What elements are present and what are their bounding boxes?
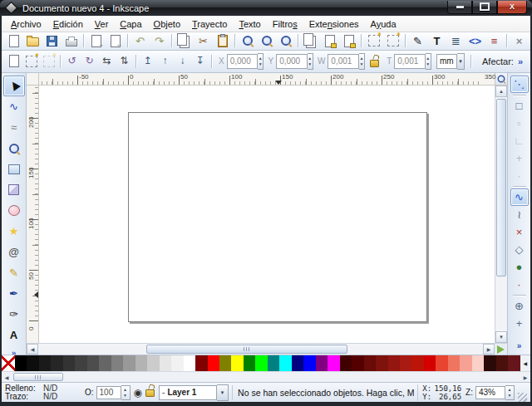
zoom-to-drawing[interactable] — [257, 32, 276, 50]
palette-swatch[interactable] — [388, 355, 400, 371]
palette-swatch[interactable] — [147, 355, 159, 371]
close-button[interactable]: X — [497, 1, 527, 14]
y-spinner[interactable]: ▲▼ — [308, 53, 313, 70]
fill-stroke-indicator[interactable]: Relleno:N/D Trazo:N/D — [5, 384, 85, 401]
palette-strip-arrow[interactable]: ◀ — [520, 355, 530, 371]
palette-swatch[interactable] — [328, 355, 339, 371]
layer-lock-toggle[interactable] — [145, 389, 155, 397]
palette-swatch[interactable] — [63, 355, 75, 371]
palette-scroll-left-button[interactable]: ◀ — [2, 372, 12, 382]
palette-swatch[interactable] — [303, 355, 315, 371]
palette-swatch[interactable] — [376, 355, 387, 371]
palette-swatch[interactable] — [244, 355, 255, 371]
x-field[interactable]: 0,000 — [227, 54, 258, 69]
document-properties[interactable]: ✓ — [529, 32, 532, 50]
snap-rotation-centers[interactable]: + — [510, 315, 529, 332]
deselect[interactable] — [40, 52, 57, 71]
palette-swatch[interactable] — [75, 355, 86, 371]
flip-vertical[interactable]: ⇅ — [116, 52, 133, 71]
zoom-field[interactable]: 43% — [475, 386, 505, 399]
unit-dropdown-button[interactable]: ▼ — [457, 53, 465, 70]
palette-swatch[interactable] — [39, 355, 51, 371]
layer-current[interactable]: - Layer 1 — [159, 385, 217, 400]
lower-to-bottom[interactable]: ↧ — [191, 52, 209, 71]
width-spinner[interactable]: ▲▼ — [359, 53, 365, 70]
palette-swatch[interactable] — [184, 355, 195, 371]
canvas-viewport[interactable] — [39, 86, 495, 343]
height-field[interactable]: 0,001 — [394, 54, 425, 69]
resize-grip[interactable] — [518, 393, 527, 402]
snap-overflow-button[interactable]: » — [517, 341, 522, 350]
preferences[interactable]: × — [510, 32, 529, 50]
snap-cusp-nodes[interactable]: ◇ — [510, 241, 529, 258]
zoom-to-selection[interactable] — [238, 32, 257, 50]
align-distribute-dialog[interactable]: ≡ — [485, 32, 504, 50]
snap-object-centers[interactable]: ⊕ — [510, 297, 529, 315]
redo[interactable]: ↷ — [150, 32, 169, 50]
minimize-button[interactable] — [447, 1, 472, 14]
tool-bezier-pen[interactable]: ✒ — [3, 283, 25, 304]
scroll-down-button[interactable]: ▼ — [495, 331, 507, 343]
palette-swatch[interactable] — [279, 355, 291, 371]
palette-swatch[interactable] — [508, 355, 520, 371]
group-objects[interactable] — [364, 32, 383, 50]
new-document[interactable] — [4, 32, 23, 50]
rotate-90-ccw[interactable]: ↺ — [63, 52, 81, 71]
palette-swatch[interactable] — [364, 355, 376, 371]
tool-star[interactable]: ★ — [3, 221, 25, 242]
snap-bbox-edges[interactable]: ▫ — [510, 115, 529, 132]
menu-filtros[interactable]: Filtros — [267, 17, 303, 31]
palette-swatch[interactable] — [208, 355, 219, 371]
color-managed-display-toggle[interactable] — [495, 344, 507, 355]
tool-node-editor[interactable]: ∿ — [3, 96, 25, 117]
snap-bounding-box[interactable]: □ — [510, 97, 529, 115]
snap-path-intersections[interactable]: × — [510, 223, 529, 241]
palette-swatch[interactable] — [51, 355, 62, 371]
hscroll-track[interactable] — [38, 344, 483, 355]
raise-to-top[interactable]: ↥ — [139, 52, 156, 71]
unlink-clone[interactable] — [339, 32, 358, 50]
opacity-field[interactable]: 100 — [96, 386, 121, 399]
lock-ratio-toggle[interactable] — [370, 60, 379, 67]
zoom-corner-button[interactable] — [495, 73, 507, 86]
palette-swatch[interactable] — [195, 355, 207, 371]
undo[interactable]: ↶ — [131, 32, 150, 50]
scroll-left-button[interactable]: ◀ — [27, 344, 38, 355]
zoom-to-page[interactable] — [276, 32, 295, 50]
create-clone[interactable] — [320, 32, 339, 50]
menu-capa[interactable]: Capa — [114, 17, 147, 31]
menu-edicion[interactable]: Edición — [47, 17, 89, 31]
open-document[interactable] — [23, 32, 42, 50]
cut[interactable]: ✂ — [194, 32, 213, 50]
opacity-spinner[interactable]: ▲▼ — [121, 385, 131, 400]
palette-scroll-right-button[interactable]: ▶ — [520, 372, 530, 382]
palette-swatch[interactable] — [135, 355, 147, 371]
tool-rectangle[interactable] — [3, 159, 25, 179]
tool-ellipse[interactable] — [3, 200, 25, 221]
tool-text[interactable]: A — [3, 325, 25, 345]
tool-spiral[interactable]: @ — [3, 242, 25, 262]
xml-editor[interactable]: <> — [466, 32, 485, 50]
x-spinner[interactable]: ▲▼ — [258, 53, 264, 70]
tool-selector[interactable]: ▶ — [3, 76, 25, 96]
snap-enable[interactable]: ⋱ — [510, 76, 529, 93]
palette-swatch[interactable] — [496, 355, 508, 371]
palette-swatch[interactable] — [15, 355, 27, 371]
import-image[interactable]: → — [86, 32, 106, 50]
palette-scrollbar[interactable]: ◀ ▶ — [2, 371, 530, 382]
flip-horizontal[interactable]: ⇆ — [98, 52, 116, 71]
tool-tweak[interactable]: ≈ — [3, 117, 25, 138]
palette-swatch[interactable] — [231, 355, 243, 371]
palette-swatch[interactable] — [99, 355, 111, 371]
print-document[interactable] — [62, 32, 81, 50]
palette-swatch[interactable] — [27, 355, 38, 371]
width-field[interactable]: 0,001 — [328, 54, 358, 69]
save-document[interactable] — [42, 32, 62, 50]
duplicate[interactable] — [301, 32, 320, 50]
palette-swatch[interactable] — [123, 355, 135, 371]
palette-swatch[interactable] — [171, 355, 183, 371]
menu-ayuda[interactable]: Ayuda — [365, 17, 402, 31]
vscroll-thumb[interactable] — [496, 99, 506, 276]
palette-scroll-thumb[interactable] — [13, 373, 63, 381]
horizontal-ruler[interactable]: -50050100150200250300350 — [39, 73, 495, 86]
